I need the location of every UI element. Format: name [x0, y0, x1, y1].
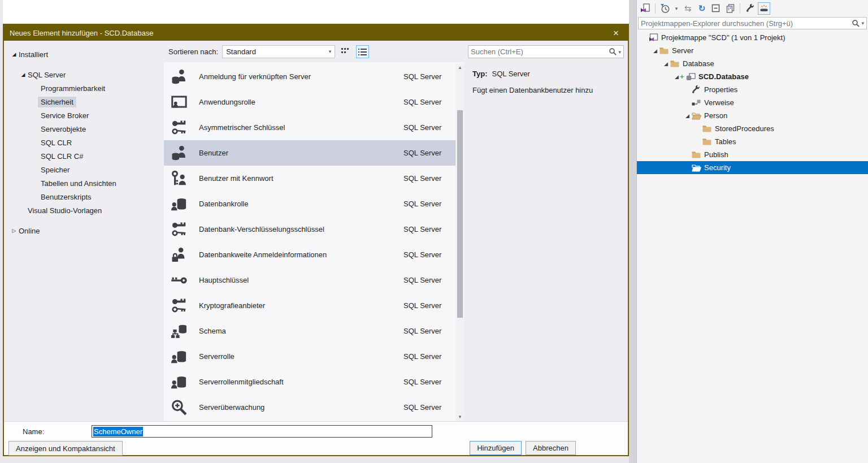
template-name: Hauptschlüssel — [199, 276, 249, 284]
template-row[interactable]: KryptografieanbieterSQL Server — [164, 293, 455, 318]
add-button[interactable]: Hinzufügen — [470, 441, 522, 455]
template-name: Datenbankrolle — [199, 200, 248, 208]
solution-tree-item[interactable]: Publish — [637, 148, 868, 161]
category-item[interactable]: SQL CLR — [4, 136, 164, 149]
solution-tree-item[interactable]: Tables — [637, 135, 868, 148]
template-row[interactable]: ServerüberwachungSQL Server — [164, 395, 455, 420]
template-row[interactable]: HauptschlüsselSQL Server — [164, 267, 455, 293]
database-project-icon — [686, 72, 696, 81]
list-view-icon — [358, 48, 367, 55]
dialog-titlebar: Neues Element hinzufügen - SCD.Database … — [4, 25, 628, 41]
template-row[interactable]: Datenbank-VerschlüsselungsschlüsselSQL S… — [164, 217, 455, 242]
folder-icon — [659, 46, 670, 55]
category-item[interactable]: Service Broker — [4, 109, 164, 122]
category-sql-server[interactable]: ◢ SQL Server — [4, 68, 164, 81]
solution-tree-item[interactable]: ◢Database — [637, 57, 868, 70]
expanded-arrow-icon[interactable]: ◢ — [683, 113, 692, 119]
category-item[interactable]: Serverobjekte — [4, 122, 164, 136]
small-icons-view-icon — [341, 48, 350, 55]
solution-tree-item[interactable]: Projektmappe "SCD" (1 von 1 Projekt) — [637, 31, 868, 44]
name-input[interactable]: SchemeOwner — [92, 425, 432, 438]
template-row[interactable]: AnwendungsrolleSQL Server — [164, 89, 455, 115]
category-item[interactable]: Benutzerskripts — [4, 190, 164, 204]
search-icon[interactable] — [609, 47, 617, 56]
source-control-added-icon: + — [680, 72, 686, 81]
solution-tree-item[interactable]: StoredProcedures — [637, 122, 868, 135]
scroll-down-icon[interactable]: ▼ — [458, 413, 462, 421]
folder-icon — [702, 137, 713, 146]
preview-selected-items-icon[interactable] — [758, 2, 770, 15]
template-row[interactable]: DatenbankrolleSQL Server — [164, 191, 455, 217]
category-online[interactable]: ▷ Online — [4, 224, 164, 237]
sync-with-active-document-icon[interactable] — [639, 2, 652, 15]
category-item[interactable]: Programmierbarkeit — [4, 81, 164, 95]
category-vs-templates[interactable]: Visual Studio-Vorlagen — [4, 204, 164, 217]
expanded-arrow-icon[interactable]: ◢ — [662, 61, 670, 67]
category-item[interactable]: Sicherheit — [4, 95, 164, 109]
list-view-button[interactable] — [356, 45, 369, 58]
solution-explorer-search-input[interactable] — [641, 19, 852, 28]
dropdown-chevron-icon[interactable]: ▾ — [673, 2, 680, 15]
expanded-arrow-icon[interactable]: ◢ — [19, 72, 28, 77]
sort-label: Sortieren nach: — [168, 47, 218, 56]
sort-combobox[interactable]: Standard ▾ — [222, 45, 335, 58]
references-icon — [692, 98, 702, 107]
folder-icon — [702, 124, 713, 133]
template-category: SQL Server — [403, 149, 455, 157]
template-name: Asymmetrischer Schlüssel — [199, 123, 285, 132]
refresh-icon[interactable]: ↻ — [696, 2, 708, 15]
magnifier-plus-icon — [171, 399, 188, 416]
template-search-input[interactable] — [471, 47, 609, 56]
solution-tree-item[interactable]: Properties — [637, 83, 868, 96]
solution-tree-item[interactable]: Security — [637, 161, 868, 174]
template-name: Benutzer mit Kennwort — [199, 174, 274, 183]
template-row[interactable]: Datenbankweite AnmeldeinformationenSQL S… — [164, 242, 455, 267]
collapsed-arrow-icon[interactable]: ▷ — [10, 228, 19, 233]
category-item-label: Benutzerskripts — [38, 192, 94, 202]
small-icons-view-button[interactable] — [339, 45, 352, 58]
compact-view-button[interactable]: Anzeigen und Kompaktansicht — [8, 441, 123, 456]
category-item[interactable]: Tabellen und Ansichten — [4, 176, 164, 190]
chevron-down-icon[interactable]: ▾ — [618, 49, 621, 55]
chevron-down-icon[interactable]: ▾ — [861, 20, 864, 26]
scroll-up-icon[interactable]: ▲ — [458, 64, 462, 72]
category-installed[interactable]: ◢ Installiert — [4, 47, 164, 61]
show-all-files-icon[interactable] — [724, 2, 736, 15]
scrollbar-thumb[interactable] — [457, 110, 463, 318]
sort-bar: Sortieren nach: Standard ▾ — [164, 41, 465, 62]
solution-tree-item[interactable]: ◢Server — [637, 44, 868, 57]
cancel-button[interactable]: Abbrechen — [526, 441, 576, 455]
search-icon[interactable] — [852, 19, 860, 28]
tree-item-label: Security — [704, 163, 731, 172]
solution-tree-item[interactable]: ◢Person — [637, 109, 868, 122]
solution-tree-item[interactable]: ◢+SCD.Database — [637, 70, 868, 83]
template-row[interactable]: ServerrollenmitgliedschaftSQL Server — [164, 369, 455, 395]
template-row[interactable]: SchemaSQL Server — [164, 318, 455, 344]
template-search: ▾ — [468, 45, 624, 58]
template-name: Schema — [199, 327, 226, 335]
solution-tree-item[interactable]: Verweise — [637, 96, 868, 109]
folder-icon — [692, 150, 702, 159]
properties-icon[interactable] — [744, 2, 756, 15]
category-item[interactable]: SQL CLR C# — [4, 149, 164, 163]
category-item[interactable]: Speicher — [4, 163, 164, 176]
pending-changes-filter-icon[interactable] — [659, 2, 671, 15]
template-row[interactable]: Anmeldung für verknüpften ServerSQL Serv… — [164, 64, 455, 89]
screen: Neues Element hinzufügen - SCD.Database … — [0, 0, 868, 463]
expanded-arrow-icon[interactable]: ◢ — [651, 48, 659, 54]
collapse-all-icon[interactable] — [710, 2, 722, 15]
template-name: Kryptografieanbieter — [199, 301, 265, 310]
list-scrollbar[interactable]: ▲ ▼ — [455, 64, 465, 421]
solution-explorer-search: ▾ — [638, 17, 867, 29]
expanded-arrow-icon[interactable]: ◢ — [10, 51, 19, 57]
template-row[interactable]: ServerrolleSQL Server — [164, 344, 455, 369]
switch-views-icon[interactable]: ⇆ — [682, 2, 694, 15]
keys-icon — [171, 297, 188, 314]
template-row[interactable]: Asymmetrischer SchlüsselSQL Server — [164, 115, 455, 140]
template-row[interactable]: BenutzerSQL Server — [164, 140, 455, 166]
user-db-icon — [171, 145, 188, 162]
template-list: Anmeldung für verknüpften ServerSQL Serv… — [164, 64, 455, 421]
category-item-label: Tabellen und Ansichten — [38, 178, 119, 189]
close-icon[interactable]: × — [610, 28, 622, 38]
template-row[interactable]: Benutzer mit KennwortSQL Server — [164, 166, 455, 191]
